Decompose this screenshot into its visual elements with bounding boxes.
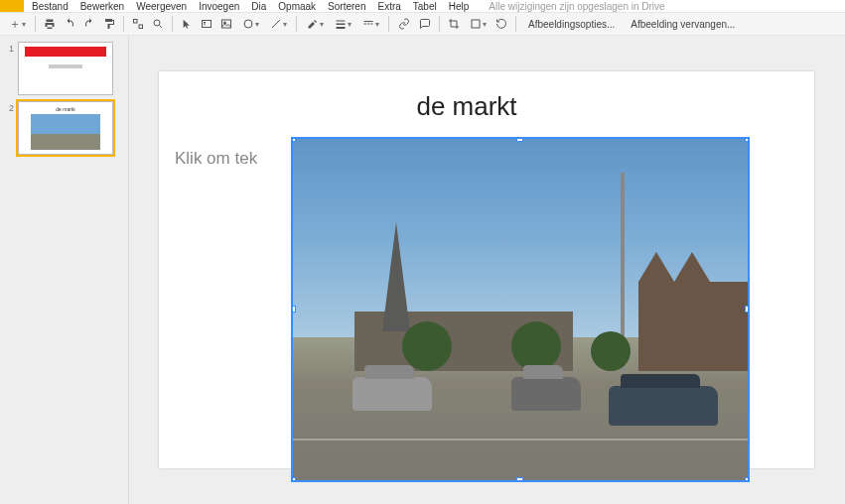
thumb1-title-bar: [25, 47, 106, 57]
zoom-fit-button[interactable]: [129, 14, 147, 34]
tree: [591, 331, 631, 371]
menu-help[interactable]: Help: [449, 1, 470, 12]
body-placeholder[interactable]: Klik om tek: [175, 149, 257, 169]
slide-thumbnail-2[interactable]: de markt: [18, 101, 113, 155]
menu-arrange[interactable]: Sorteren: [328, 1, 365, 12]
resize-handle-tr[interactable]: [745, 137, 750, 142]
resize-handle-tm[interactable]: [516, 137, 523, 142]
svg-point-9: [244, 20, 252, 28]
svg-rect-13: [336, 27, 345, 29]
line-tool[interactable]: ▾: [265, 14, 291, 34]
svg-rect-17: [370, 24, 372, 25]
menu-table[interactable]: Tabel: [413, 1, 437, 12]
tree: [402, 321, 452, 371]
menu-slide[interactable]: Dia: [251, 1, 266, 12]
separator: [35, 16, 36, 32]
thumb1-subtitle: [49, 64, 82, 68]
separator: [296, 16, 297, 32]
canvas-area[interactable]: de markt Klik om tek: [129, 36, 845, 504]
comment-button[interactable]: [416, 14, 434, 34]
road-line: [293, 439, 748, 441]
svg-rect-4: [203, 21, 211, 28]
redo-button[interactable]: [80, 14, 98, 34]
undo-button[interactable]: [61, 14, 78, 34]
select-tool[interactable]: [178, 14, 196, 34]
separator: [439, 16, 440, 32]
svg-rect-14: [363, 21, 372, 22]
toolbar: ＋▾ ▾ ▾ ▾ ▾ ▾: [0, 12, 845, 36]
car: [352, 377, 432, 411]
resize-handle-br[interactable]: [745, 477, 750, 482]
svg-rect-15: [363, 24, 366, 25]
car: [511, 377, 581, 411]
paint-format-button[interactable]: [100, 14, 118, 34]
resize-handle-mr[interactable]: [745, 306, 750, 313]
resize-handle-tl[interactable]: [291, 137, 296, 142]
svg-rect-18: [472, 20, 480, 28]
print-button[interactable]: [41, 14, 59, 34]
menu-view[interactable]: Weergeven: [136, 1, 187, 12]
border-color-button[interactable]: ▾: [302, 14, 328, 34]
building-right: [638, 282, 748, 371]
svg-line-3: [160, 26, 163, 29]
photo-content: [293, 139, 748, 480]
border-dash-button[interactable]: ▾: [357, 14, 383, 34]
resize-handle-ml[interactable]: [291, 306, 296, 313]
resize-handle-bl[interactable]: [291, 477, 296, 482]
link-button[interactable]: [394, 14, 414, 34]
tree: [511, 321, 561, 371]
svg-rect-0: [134, 20, 138, 24]
thumb2-image: [31, 114, 100, 150]
zoom-button[interactable]: [149, 14, 167, 34]
separator: [123, 16, 124, 32]
svg-rect-11: [336, 21, 345, 22]
image-options-button[interactable]: Afbeeldingsopties...: [521, 14, 622, 34]
svg-point-2: [154, 20, 160, 26]
border-weight-button[interactable]: ▾: [330, 14, 355, 34]
slide-title[interactable]: de markt: [159, 91, 775, 122]
separator: [172, 16, 173, 32]
crop-button[interactable]: [445, 14, 463, 34]
separator: [515, 16, 516, 32]
menu-file[interactable]: Bestand: [32, 1, 69, 12]
menu-format[interactable]: Opmaak: [278, 1, 316, 12]
svg-rect-12: [336, 24, 345, 26]
thumb-number: 2: [4, 101, 18, 113]
reset-image-button[interactable]: [493, 14, 510, 34]
new-slide-button[interactable]: ＋▾: [4, 14, 30, 34]
selected-image[interactable]: [291, 137, 750, 482]
slide-thumbnail-panel: 1 2 de markt: [0, 36, 129, 504]
svg-line-10: [272, 20, 280, 28]
church-spire: [382, 222, 410, 331]
car: [609, 386, 718, 426]
slide-thumbnail-1[interactable]: [18, 42, 113, 95]
separator: [388, 16, 389, 32]
svg-rect-1: [139, 25, 143, 29]
replace-image-button[interactable]: Afbeelding vervangen...: [624, 14, 742, 34]
app-logo[interactable]: [0, 0, 24, 12]
menu-insert[interactable]: Invoegen: [199, 1, 239, 12]
resize-handle-bm[interactable]: [516, 477, 523, 482]
menu-bar: Bestand Bewerken Weergeven Invoegen Dia …: [30, 0, 665, 12]
svg-rect-16: [367, 24, 370, 25]
shape-tool[interactable]: ▾: [237, 14, 263, 34]
textbox-tool[interactable]: [198, 14, 215, 34]
mask-button[interactable]: ▾: [465, 14, 491, 34]
thumb2-title: de markt: [19, 106, 112, 112]
svg-rect-7: [222, 20, 231, 28]
image-tool[interactable]: [217, 14, 235, 34]
menu-extra[interactable]: Extra: [377, 1, 400, 12]
slide[interactable]: de markt Klik om tek: [159, 71, 814, 468]
thumb-number: 1: [4, 42, 18, 54]
menu-edit[interactable]: Bewerken: [80, 1, 124, 12]
save-status: Alle wijzigingen zijn opgeslagen in Driv…: [489, 1, 664, 12]
